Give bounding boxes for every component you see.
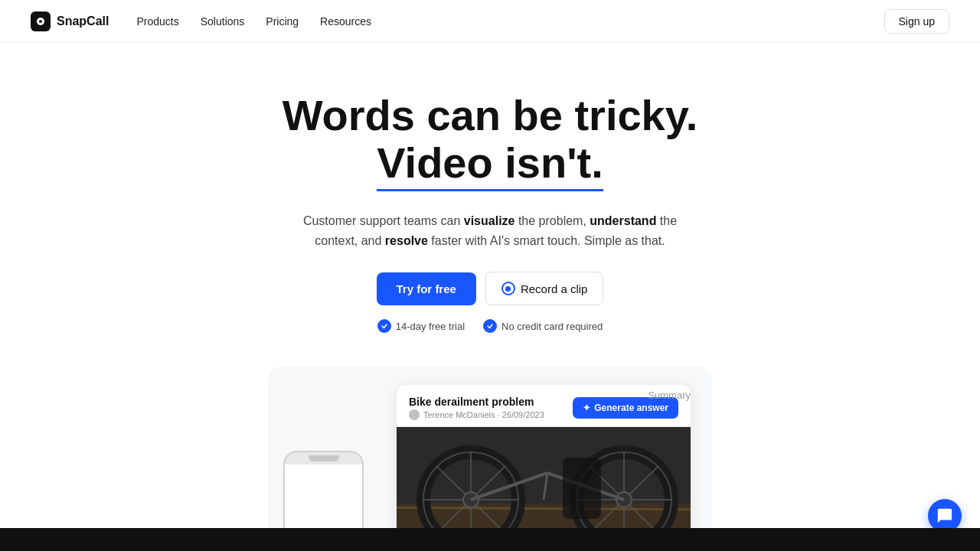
demo-section: SnapCall Summary Bike derailment problem… <box>0 357 980 551</box>
demo-card: SnapCall Summary Bike derailment problem… <box>268 367 712 551</box>
check-icon-2 <box>483 319 497 333</box>
phone-notch <box>309 455 339 461</box>
generate-label: Generate answer <box>594 403 668 413</box>
record-clip-label: Record a clip <box>521 282 588 295</box>
badge-trial-text: 14-day free trial <box>396 321 465 332</box>
brand-name: SnapCall <box>57 15 109 28</box>
try-free-button[interactable]: Try for free <box>377 272 476 305</box>
record-clip-button[interactable]: Record a clip <box>485 272 604 305</box>
checkmark-1 <box>381 322 388 330</box>
check-icon-1 <box>377 319 391 333</box>
card-avatar <box>409 409 420 420</box>
nav-pricing[interactable]: Pricing <box>266 15 299 28</box>
record-icon <box>501 282 515 295</box>
content-card: Bike derailment problem Terence McDaniel… <box>397 385 691 551</box>
checkmark-2 <box>486 322 494 330</box>
card-title-area: Bike derailment problem Terence McDaniel… <box>409 396 544 420</box>
logo-icon <box>31 11 51 31</box>
logo[interactable]: SnapCall <box>31 11 109 31</box>
nav-products[interactable]: Products <box>136 15 178 28</box>
record-dot <box>505 286 511 292</box>
card-header: Bike derailment problem Terence McDaniel… <box>397 385 691 427</box>
hero-badges: 14-day free trial No credit card require… <box>377 319 603 333</box>
badge-no-cc-text: No credit card required <box>501 321 603 332</box>
hero-title: Words can be tricky. Video isn't. <box>283 92 698 191</box>
nav-left: SnapCall Products Solutions Pricing Reso… <box>31 11 371 31</box>
nav-links: Products Solutions Pricing Resources <box>136 15 371 28</box>
navbar: SnapCall Products Solutions Pricing Reso… <box>0 0 980 43</box>
card-meta: Terence McDaniels · 26/09/2023 <box>409 409 544 420</box>
svg-point-2 <box>39 20 42 23</box>
nav-solutions[interactable]: Solutions <box>201 15 245 28</box>
nav-resources[interactable]: Resources <box>320 15 371 28</box>
chat-icon <box>936 507 953 524</box>
hero-buttons: Try for free Record a clip <box>377 272 604 305</box>
card-meta-text: Terence McDaniels · 26/09/2023 <box>423 410 544 419</box>
hero-title-line1: Words can be tricky. <box>283 91 698 139</box>
hero-section: Words can be tricky. Video isn't. Custom… <box>0 43 980 357</box>
summary-label: Summary <box>648 390 691 401</box>
resolve-text: resolve <box>385 234 428 247</box>
badge-no-cc: No credit card required <box>483 319 603 333</box>
signup-button[interactable]: Sign up <box>884 9 949 34</box>
bottom-bar <box>0 528 980 551</box>
hero-subtitle: Customer support teams can visualize the… <box>291 211 689 250</box>
hero-title-line2: Video isn't. <box>377 139 603 192</box>
sparkle-icon: ✦ <box>583 403 590 413</box>
badge-trial: 14-day free trial <box>377 319 465 333</box>
understand-text: understand <box>590 214 656 227</box>
card-title: Bike derailment problem <box>409 396 544 408</box>
visualize-text: visualize <box>464 214 515 227</box>
svg-rect-25 <box>563 458 601 519</box>
phone-side-button <box>362 494 364 510</box>
